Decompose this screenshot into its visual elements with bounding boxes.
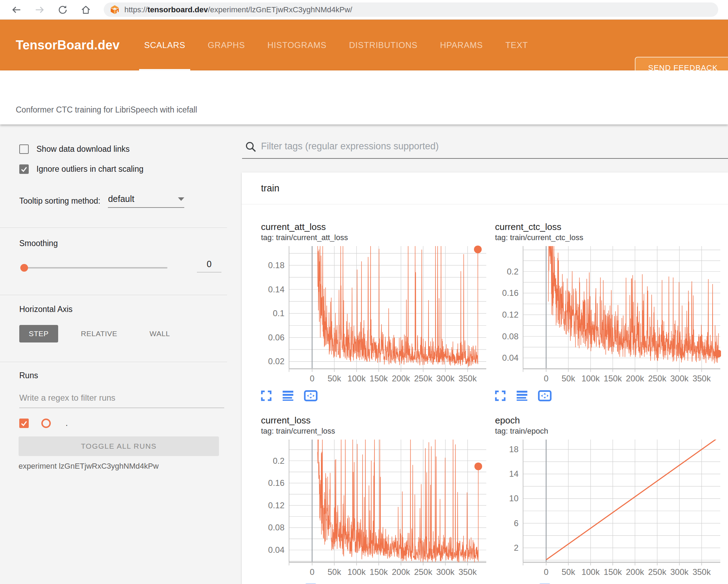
chart-title-epoch: epoch	[495, 415, 721, 426]
svg-text:300k: 300k	[670, 567, 689, 576]
svg-text:100k: 100k	[582, 374, 600, 383]
ignore-outliers-row[interactable]: Ignore outliers in chart scaling	[19, 164, 144, 174]
tooltip-sorting-value: default	[108, 194, 134, 204]
show-download-links-row[interactable]: Show data download links	[19, 144, 130, 154]
browser-toolbar: https://tensorboard.dev/experiment/lzGnE…	[0, 0, 728, 20]
reload-icon[interactable]	[57, 5, 68, 15]
horizontal-axis-label: Horizontal Axis	[19, 305, 73, 314]
tab-hparams[interactable]: HPARAMS	[440, 20, 483, 70]
chart-card-current_loss: current_losstag: train/current_loss 0.04…	[256, 415, 487, 584]
chart-card-epoch: epochtag: train/epoch 26101418050k100k15…	[490, 415, 721, 584]
axis-option-relative[interactable]: RELATIVE	[71, 325, 127, 342]
chart-plot-current_loss[interactable]: 0.040.080.120.160.2050k100k150k200k250k3…	[256, 438, 487, 576]
ignore-outliers-checkbox[interactable]	[19, 164, 29, 174]
run-checkbox[interactable]	[19, 419, 29, 428]
svg-text:18: 18	[509, 444, 518, 454]
svg-text:0.08: 0.08	[502, 332, 518, 341]
svg-text:100k: 100k	[582, 567, 600, 576]
svg-text:300k: 300k	[436, 374, 455, 383]
tab-graphs[interactable]: GRAPHS	[208, 20, 245, 70]
expand-chart-icon[interactable]	[494, 390, 507, 402]
tooltip-sorting-label: Tooltip sorting method:	[19, 196, 100, 206]
svg-text:0.16: 0.16	[502, 288, 518, 298]
svg-text:250k: 250k	[648, 374, 667, 383]
show-download-links-checkbox[interactable]	[19, 144, 29, 154]
svg-text:150k: 150k	[604, 374, 622, 383]
back-icon[interactable]	[11, 5, 22, 15]
divider	[0, 295, 227, 295]
svg-text:2: 2	[514, 543, 518, 552]
expand-chart-icon[interactable]	[260, 390, 273, 402]
horizontal-axis-options: STEP RELATIVE WALL	[19, 325, 179, 342]
smoothing-slider[interactable]	[20, 264, 167, 272]
svg-text:0.1: 0.1	[273, 308, 284, 318]
toggle-all-runs-button[interactable]: TOGGLE ALL RUNS	[19, 436, 219, 456]
svg-text:0.02: 0.02	[268, 356, 284, 366]
chevron-down-icon	[178, 197, 184, 201]
smoothing-label: Smoothing	[19, 239, 58, 248]
chart-tag-current_att_loss: tag: train/current_att_loss	[261, 233, 487, 242]
svg-text:150k: 150k	[370, 567, 388, 576]
slider-knob[interactable]	[20, 264, 28, 272]
runs-filter-input[interactable]: Write a regex to filter runs	[19, 393, 224, 408]
fit-domain-icon[interactable]	[303, 390, 318, 402]
chart-tag-epoch: tag: train/epoch	[495, 427, 721, 436]
tooltip-sorting-select[interactable]: default	[108, 194, 184, 208]
nav-tabs: SCALARSGRAPHSHISTOGRAMSDISTRIBUTIONSHPAR…	[144, 20, 528, 70]
app-logo: TensorBoard.dev	[16, 20, 119, 70]
run-name: .	[66, 418, 68, 428]
tab-distributions[interactable]: DISTRIBUTIONS	[349, 20, 418, 70]
forward-icon[interactable]	[34, 5, 45, 15]
chart-card-current_att_loss: current_att_losstag: train/current_att_l…	[256, 222, 487, 402]
svg-text:0: 0	[310, 374, 314, 383]
svg-text:0.04: 0.04	[268, 545, 284, 555]
run-list-item[interactable]: .	[19, 418, 68, 428]
chart-card-current_ctc_loss: current_ctc_losstag: train/current_ctc_l…	[490, 222, 721, 402]
svg-text:0.08: 0.08	[268, 523, 284, 532]
axis-option-wall[interactable]: WALL	[140, 325, 179, 342]
fit-domain-icon[interactable]	[537, 390, 552, 402]
address-bar[interactable]: https://tensorboard.dev/experiment/lzGnE…	[104, 2, 718, 17]
svg-text:250k: 250k	[648, 567, 667, 576]
tooltip-sorting-row: Tooltip sorting method: default	[19, 194, 184, 208]
svg-text:350k: 350k	[459, 374, 477, 383]
svg-text:0.04: 0.04	[502, 353, 518, 362]
svg-text:200k: 200k	[392, 567, 410, 576]
svg-text:350k: 350k	[693, 567, 711, 576]
chart-plot-current_ctc_loss[interactable]: 0.040.080.120.160.2050k100k150k200k250k3…	[490, 244, 721, 383]
home-icon[interactable]	[81, 5, 91, 15]
chart-tag-current_loss: tag: train/current_loss	[261, 427, 487, 436]
svg-text:10: 10	[509, 494, 518, 503]
chart-plot-current_att_loss[interactable]: 0.020.060.10.140.18050k100k150k200k250k3…	[256, 244, 487, 383]
experiment-title: Conformer CTC training for LibriSpeech w…	[16, 105, 197, 115]
slider-track[interactable]	[20, 267, 167, 269]
svg-text:300k: 300k	[670, 374, 689, 383]
tab-scalars[interactable]: SCALARS	[144, 20, 185, 70]
tab-text[interactable]: TEXT	[505, 20, 528, 70]
svg-text:150k: 150k	[604, 567, 622, 576]
svg-text:14: 14	[509, 469, 518, 478]
toggle-y-axis-icon[interactable]	[516, 390, 528, 402]
smoothing-value[interactable]: 0	[197, 259, 221, 272]
chart-plot-epoch[interactable]: 26101418050k100k150k200k250k300k350k	[490, 438, 721, 576]
runs-label: Runs	[19, 371, 38, 380]
svg-text:50k: 50k	[562, 567, 576, 576]
svg-text:200k: 200k	[626, 567, 644, 576]
svg-text:350k: 350k	[693, 374, 711, 383]
tensorboard-favicon	[110, 5, 119, 14]
svg-text:150k: 150k	[370, 374, 388, 383]
chart-toolbar-current_ctc_loss	[494, 390, 721, 402]
filter-tags-input[interactable]: Filter tags (regular expressions support…	[261, 141, 439, 152]
svg-text:6: 6	[514, 518, 518, 528]
svg-text:0.12: 0.12	[268, 501, 284, 510]
tab-histograms[interactable]: HISTOGRAMS	[267, 20, 327, 70]
experiment-note: experiment lzGnETjwRxC3yghNMd4kPw	[19, 462, 159, 471]
url-text: https://tensorboard.dev/experiment/lzGnE…	[124, 5, 352, 14]
toggle-y-axis-icon[interactable]	[282, 390, 294, 402]
experiment-header: Conformer CTC training for LibriSpeech w…	[0, 70, 728, 124]
app-header: TensorBoard.dev SCALARSGRAPHSHISTOGRAMSD…	[0, 20, 728, 70]
train-section-title[interactable]: train	[242, 172, 728, 204]
filter-tags-underline	[242, 158, 728, 159]
axis-option-step[interactable]: STEP	[19, 325, 58, 342]
run-color-swatch	[41, 419, 51, 428]
